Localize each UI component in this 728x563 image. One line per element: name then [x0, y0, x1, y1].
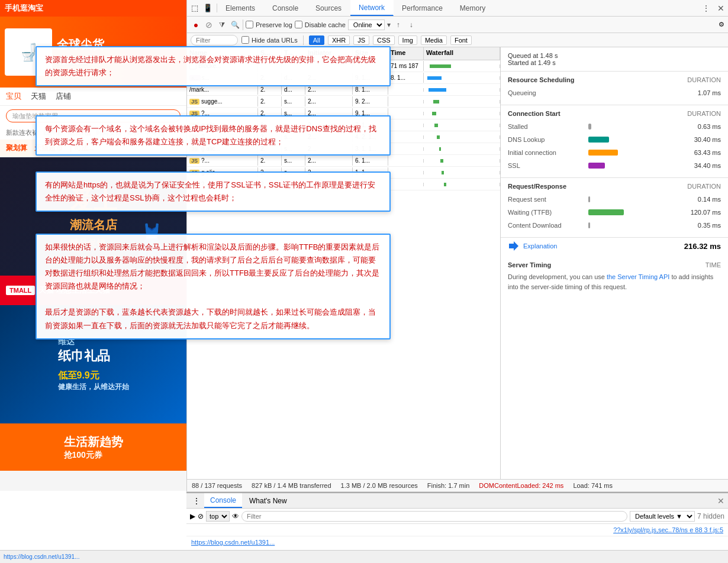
annotation-4: 如果很快的话，资源回来后就会马上进行解析和渲染以及后面的步骤。影响TTFB的重要… [36, 234, 391, 339]
annotation-1: 资源首先经过排队才能从浏览器发出去，浏览器会对资源请求进行优先级的安排，它会把高… [36, 46, 391, 86]
execute-icon[interactable]: ▶ [190, 512, 195, 520]
stalled-row: Stalled 0.63 ms [508, 121, 721, 132]
network-row[interactable]: JS sugge... 2. s... 2... 9. 2... [187, 96, 500, 108]
ttfb-row: Waiting (TTFB) 120.07 ms [508, 206, 721, 218]
taobao-header: 手机逛淘宝 [0, 0, 186, 17]
connection-start-section: Connection Start DURATION Stalled 0.63 m… [501, 105, 728, 178]
import-icon[interactable]: ↑ [393, 20, 404, 30]
tab-memory[interactable]: Memory [452, 0, 494, 16]
filter-xhr-btn[interactable]: XHR [328, 35, 350, 45]
tab-network[interactable]: Network [350, 0, 394, 16]
disable-cache-checkbox[interactable] [295, 21, 302, 28]
disable-cache-label[interactable]: Disable cache [295, 21, 346, 28]
preserve-log-checkbox[interactable] [246, 21, 253, 28]
resource-scheduling-header: Resource Scheduling DURATION [508, 76, 721, 83]
transferred-size: 827 kB / 1.4 MB transferred [252, 482, 331, 489]
server-timing-api-link[interactable]: the Server Timing API [607, 273, 669, 280]
hide-data-urls-label[interactable]: Hide data URLs [241, 36, 298, 44]
inspect-icon[interactable]: ⬚ [189, 4, 200, 12]
filter-css-btn[interactable]: CSS [373, 35, 395, 45]
context-select[interactable]: top [206, 511, 230, 522]
export-icon[interactable]: ↓ [406, 20, 417, 30]
console-dots-icon[interactable]: ⋮ [190, 496, 203, 506]
dns-row: DNS Lookup 30.40 ms [508, 134, 721, 145]
dom-content-loaded: DOMContentLoaded: 242 ms [479, 482, 563, 489]
dns-bar [588, 137, 609, 143]
filter-font-btn[interactable]: Font [450, 35, 472, 45]
total-time: 216.32 ms [684, 242, 721, 251]
filter-img-btn[interactable]: Img [398, 35, 417, 45]
initial-connection-bar [588, 150, 618, 156]
tab-whats-new[interactable]: What's New [243, 493, 293, 508]
url-text[interactable]: https://blog.csdn.net/u1391... [4, 554, 79, 560]
request-sent-bar [588, 196, 590, 202]
log-level-select[interactable]: Default levels ▼ [630, 511, 695, 522]
network-row[interactable]: JS ?... 2. s... 2... 6. 1... [187, 155, 500, 167]
close-devtools-icon[interactable]: ✕ [714, 4, 728, 13]
server-timing-section: Server Timing TIME During development, y… [501, 257, 728, 296]
resources-size: 1.3 MB / 2.0 MB resources [341, 482, 418, 489]
connection-start-header: Connection Start DURATION [508, 110, 721, 117]
taobao-title: 手机逛淘宝 [5, 3, 43, 14]
hidden-count: 7 hidden [697, 512, 724, 520]
tab-console-bottom[interactable]: Console [204, 493, 242, 508]
started-at: Started at 1.49 s [508, 59, 721, 66]
filter-all-btn[interactable]: All [309, 35, 324, 45]
throttle-dropdown-icon[interactable]: ▾ [387, 21, 391, 29]
hide-data-urls-checkbox[interactable] [241, 36, 249, 44]
tag-1[interactable]: 新款连衣裙 [6, 128, 38, 137]
blog-url-row[interactable]: https://blog.csdn.net/u1391... [186, 536, 728, 548]
filter-js-btn[interactable]: JS [353, 35, 369, 45]
record-button[interactable]: ● [191, 20, 201, 30]
devtools-tabs: ⬚ 📱 Elements Console Sources Network Per… [187, 0, 728, 17]
filter-media-btn[interactable]: Media [421, 35, 447, 45]
clear-button[interactable]: ⊘ [204, 20, 214, 30]
search-icon[interactable]: 🔍 [230, 20, 240, 30]
tab-sources[interactable]: Sources [307, 0, 350, 16]
throttle-select[interactable]: Online [348, 20, 385, 30]
console-close-icon[interactable]: ✕ [717, 496, 724, 506]
cat-tmall[interactable]: 聚划算 [6, 143, 27, 153]
ttfb-bar [588, 209, 624, 215]
load-time: Load: 741 ms [573, 482, 613, 489]
explanation-area: Explanation 216.32 ms [501, 238, 728, 257]
requests-count: 88 / 137 requests [192, 482, 242, 489]
block-console-icon[interactable]: ⊘ [198, 512, 204, 520]
tab-console[interactable]: Console [264, 0, 307, 16]
finish-time: Finish: 1.7 min [427, 482, 470, 489]
console-filter-input[interactable] [241, 511, 627, 522]
url-bar: https://blog.csdn.net/u1391... [0, 550, 728, 563]
queued-info: Queued at 1.48 s Started at 1.49 s [501, 47, 728, 72]
console-tabs: ⋮ Console What's New ✕ [186, 493, 728, 509]
device-icon[interactable]: 📱 [201, 4, 214, 12]
stalled-bar [588, 124, 591, 130]
annotation-2: 每个资源会有一个域名，这个域名会被转换成IP找到最终的服务器，就是进行DNS查找… [36, 115, 391, 156]
explanation-link[interactable]: Explanation [523, 242, 558, 250]
footer-banner: 生活新趋势 抢100元券 [0, 423, 186, 471]
network-toolbar-1: ● ⊘ ⧩ 🔍 Preserve log Disable cache Onlin… [187, 17, 728, 33]
nav-baobei[interactable]: 宝贝 [6, 91, 21, 102]
queueing-bar [588, 90, 636, 96]
settings-icon[interactable]: ⋮ [698, 4, 714, 13]
console-url-row: ??x1ly/spl/rp.js,sec..78/ns e 88 3 f.js:… [186, 524, 728, 536]
filter-icon[interactable]: ⧩ [217, 20, 227, 30]
resource-scheduling-section: Resource Scheduling DURATION Queueing 1.… [501, 72, 728, 105]
queued-at: Queued at 1.48 s [508, 52, 721, 59]
console-url-link[interactable]: ??x1ly/spl/rp.js,sec..78/ns e 88 3 f.js:… [613, 526, 723, 533]
tab-elements[interactable]: Elements [217, 0, 264, 16]
blog-url: https://blog.csdn.net/u1391... [191, 539, 275, 546]
settings-gear-icon[interactable]: ⚙ [719, 21, 724, 28]
eye-icon[interactable]: 👁 [232, 512, 239, 520]
annotation-3: 有的网站是https的，也就是说为了保证安全性，使用了SSL证书，SSL证书的工… [36, 172, 391, 212]
nav-store[interactable]: 店铺 [56, 91, 71, 102]
explanation-arrow-icon [508, 240, 520, 252]
nav-tmall[interactable]: 天猫 [31, 91, 46, 102]
tab-performance[interactable]: Performance [394, 0, 452, 16]
request-response-section: Request/Response DURATION Request sent 0… [501, 178, 728, 238]
ssl-row: SSL 34.40 ms [508, 160, 721, 172]
taobao-nav: 宝贝 天猫 店铺 [0, 88, 186, 106]
console-toolbar: ▶ ⊘ top 👁 Default levels ▼ 7 hidden [186, 509, 728, 524]
preserve-log-label[interactable]: Preserve log [246, 21, 292, 28]
filter-input[interactable] [191, 35, 238, 46]
initial-connection-row: Initial connection 63.43 ms [508, 147, 721, 158]
